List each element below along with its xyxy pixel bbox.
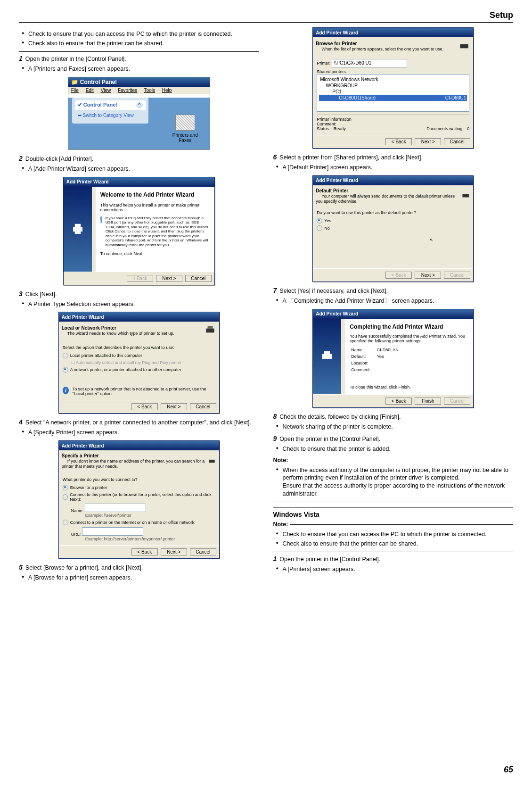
svg-rect-2 [75,231,81,233]
step-1-result: A [Printers and Faxes] screen appears. [22,65,259,73]
next-button[interactable]: Next > [415,272,441,279]
step-2: 2Double-click [Add Printer]. [19,155,259,162]
radio-yes[interactable]: Yes [317,218,469,224]
step-5-result: A [Browse for a printer] screen appears. [22,574,259,582]
header-rule [19,22,513,23]
cancel-button[interactable]: Cancel [444,398,470,405]
cursor-icon: ↖ [430,238,434,242]
back-button[interactable]: < Back [131,403,158,410]
cancel-button[interactable]: Cancel [444,272,470,279]
svg-rect-1 [75,224,81,227]
wizard-printer-type: Add Printer Wizard Local or Network Prin… [58,312,220,414]
cancel-button[interactable]: Cancel [190,403,216,410]
printer-icon [461,190,471,202]
back-button[interactable]: < Back [385,138,412,145]
vista-bullet: Check also to ensure that the printer ca… [276,540,514,548]
back-button[interactable]: < Back [131,548,158,555]
info-icon: i [100,216,102,224]
printer-icon [320,349,334,364]
printer-icon [207,455,216,467]
radio-connect-name[interactable]: Connect to this printer (or to browse fo… [63,492,215,502]
svg-rect-9 [324,351,330,355]
step-8-result: Network sharing of the printer is comple… [276,423,514,431]
wizard-browse-printer: Add Printer Wizard Browse for PrinterWhe… [312,27,474,149]
svg-rect-3 [206,329,214,333]
step-2-result: A [Add Printer Wizard] screen appears. [22,165,259,173]
next-button[interactable]: Next > [415,138,441,145]
printer-path-input[interactable]: \\PC1\GX-D80 U1 [332,59,407,67]
menu-view: View [101,88,111,93]
note-heading: Note: [273,457,514,464]
svg-rect-4 [207,326,213,330]
printer-icon [71,222,85,236]
control-panel-screenshot: 📁Control Panel File Edit View Favorites … [68,77,210,150]
radio-connect-url[interactable]: Connect to a printer on the Internet or … [63,520,215,525]
wizard-welcome: Add Printer Wizard Welcome to the Add Pr… [63,177,215,285]
page-number: 65 [504,765,513,775]
back-button[interactable]: < Back [127,275,153,282]
cancel-button[interactable]: Cancel [185,275,212,282]
next-button[interactable]: Next > [161,403,187,410]
left-column: Check to ensure that you can access the … [19,27,259,586]
next-button[interactable]: Next > [161,548,187,555]
step-1: 1Open the printer in the [Control Panel]… [19,55,259,62]
svg-rect-0 [73,227,82,232]
page-header: Setup [19,10,513,20]
cancel-button[interactable]: Cancel [444,138,470,145]
note-item: When the access authority of the compute… [276,466,514,498]
radio-network[interactable]: A network printer, or a printer attached… [63,367,215,373]
note-heading: Note: [273,521,514,528]
svg-rect-5 [209,460,215,463]
radio-no[interactable]: No [317,225,469,231]
name-input[interactable] [85,504,146,512]
next-button[interactable]: Next > [156,275,182,282]
info-icon: i [63,387,69,394]
menu-tools: Tools [144,88,155,93]
step-5: 5Select [Browse for a printer], and clic… [19,563,259,571]
step-4: 4Select "A network printer, or a printer… [19,418,259,426]
section-separator [273,507,514,508]
url-input[interactable] [82,527,143,536]
step-9-result: Check to ensure that the printer is adde… [276,445,514,453]
wizard-specify-printer: Add Printer Wizard Specify a PrinterIf y… [58,440,220,559]
collapse-icon: ⌃ [136,102,143,108]
step-4-result: A [Specify Printer] screen appears. [22,429,259,437]
printer-icon [458,40,470,52]
step-3-result: A Printer Type Selection screen appears. [22,300,259,308]
radio-browse[interactable]: Browse for a printer [63,485,215,490]
intro-bullet: Check to ensure that you can access the … [22,30,259,38]
svg-rect-7 [462,194,469,198]
rule [273,502,514,502]
menu-edit: Edit [86,88,94,93]
radio-local[interactable]: Local printer attached to this computer [63,353,215,358]
shared-printers-tree[interactable]: Microsoft Windows Network WORKGROUP PC1 … [317,74,469,112]
menu-favorites: Favorites [118,88,137,93]
vista-step-1-result: A [Printers] screen appears. [276,565,514,573]
menu-help: Help [162,88,172,93]
wizard-completing: Add Printer Wizard Completing the Add Pr… [312,309,474,408]
wizard-default-printer: Add Printer Wizard Default PrinterYour c… [312,175,474,282]
step-9: 9Open the printer in the [Control Panel]… [273,435,514,442]
right-column: Add Printer Wizard Browse for PrinterWhe… [273,27,514,586]
printers-faxes-icon: Printers and Faxes [166,115,204,143]
svg-rect-8 [322,354,332,359]
svg-rect-6 [460,44,468,49]
back-button[interactable]: < Back [385,398,412,405]
step-3: 3Click [Next]. [19,290,259,298]
rule [273,552,514,552]
step-6: 6Select a printer from [Shared printers]… [273,153,514,161]
menu-file: File [71,88,79,93]
step-7: 7Select [Yes] if necessary, and click [N… [273,287,514,294]
intro-bullet: Check also to ensure that the printer ca… [22,40,259,48]
rule [19,51,259,52]
step-6-result: A [Default Printer] screen appears. [276,164,514,172]
step-8: 8Check the details, followed by clicking… [273,413,514,420]
finish-button[interactable]: Finish [415,398,441,405]
vista-heading: Windows Vista [273,511,514,518]
vista-step-1: 1Open the printer in the [Control Panel]… [273,555,514,563]
printer-icon [204,324,216,337]
step-7-result: A 〔Completing the Add Printer Wizard〕 sc… [276,297,514,305]
vista-bullet: Check to ensure that you can access the … [276,530,514,538]
cancel-button[interactable]: Cancel [190,548,216,555]
back-button[interactable]: < Back [385,272,412,279]
